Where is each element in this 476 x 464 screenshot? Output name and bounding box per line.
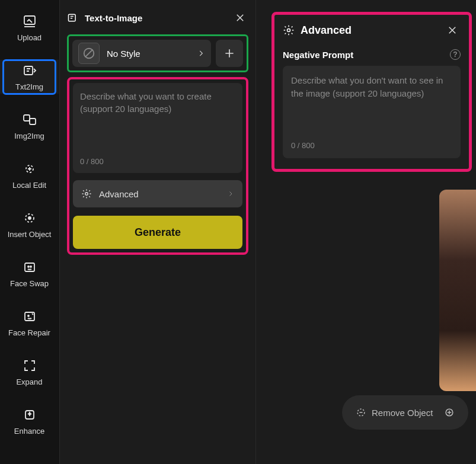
sidebar-item-upload[interactable]: Upload [0,11,59,44]
image-to-image-icon [21,111,38,128]
insert-object-icon [21,210,38,226]
sidebar-item-insert-object[interactable]: Insert Object [0,207,59,241]
svg-rect-3 [30,119,36,124]
style-label: No Style [107,49,140,59]
text-to-image-panel: Text-to-Image No Style Describe what you… [59,0,256,464]
advanced-panel-header: Advanced [283,22,461,39]
negative-prompt-label: Negative Prompt [283,50,353,60]
sidebar: Upload Txt2Img Img2Img Local Edit Insert… [0,0,59,464]
enhance-icon [21,407,38,423]
sidebar-item-enhance[interactable]: Enhance [0,404,59,438]
svg-rect-7 [25,263,34,271]
remove-object-icon [355,407,367,418]
style-selector[interactable]: No Style [72,40,211,67]
gear-icon [81,188,92,199]
svg-rect-10 [25,312,34,321]
advanced-panel: Advanced Negative Prompt ? Describe what… [271,12,472,172]
next-tool[interactable] [443,407,455,418]
sidebar-item-label: Face Swap [10,279,49,288]
sidebar-item-label: Txt2Img [15,82,43,91]
sidebar-item-local-edit[interactable]: Local Edit [0,158,59,192]
remove-object-label: Remove Object [372,408,433,418]
svg-point-8 [28,266,29,267]
negative-prompt-counter: 0 / 800 [291,141,452,150]
preview-image [439,190,476,391]
sidebar-item-label: Local Edit [12,181,46,190]
chevron-right-icon [197,49,205,57]
svg-rect-2 [24,115,30,121]
svg-point-16 [287,29,290,32]
negative-prompt-label-row: Negative Prompt ? [283,49,461,60]
face-swap-icon [21,259,38,276]
sidebar-item-label: Img2Img [14,132,44,140]
no-style-icon [78,43,100,64]
close-panel-button[interactable] [232,9,248,26]
canvas-area: Advanced Negative Prompt ? Describe what… [256,0,476,464]
sidebar-item-label: Expand [16,377,42,386]
sidebar-item-label: Enhance [14,427,44,436]
local-edit-icon [21,161,38,177]
text-to-image-icon [21,62,38,79]
help-icon[interactable]: ? [450,49,461,60]
face-repair-icon [21,308,38,325]
sidebar-item-txt2img[interactable]: Txt2Img [0,60,59,94]
sidebar-item-label: Insert Object [8,230,52,239]
highlight-box-prompt: Describe what you want to create (suppor… [67,77,248,255]
negative-prompt-placeholder: Describe what you don't want to see in t… [291,74,452,141]
generate-label: Generate [135,226,181,239]
close-advanced-button[interactable] [444,22,461,39]
advanced-panel-title: Advanced [301,24,352,37]
upload-icon [21,13,38,30]
expand-icon [21,357,38,374]
highlight-box-style: No Style [67,34,248,72]
svg-rect-1 [24,66,33,75]
sidebar-item-img2img[interactable]: Img2Img [0,109,59,143]
negative-prompt-input[interactable]: Describe what you don't want to see in t… [283,66,461,158]
advanced-toggle[interactable]: Advanced [73,180,242,207]
sparkle-icon [443,407,455,418]
bottom-toolbar: Remove Object [342,395,468,430]
sidebar-item-face-swap[interactable]: Face Swap [0,257,59,290]
sidebar-item-face-repair[interactable]: Face Repair [0,306,59,340]
svg-point-11 [28,315,29,316]
panel-header-icon [67,12,79,24]
sidebar-item-label: Face Repair [8,328,50,337]
sidebar-item-label: Upload [17,33,41,42]
gear-icon [283,24,295,36]
prompt-input[interactable]: Describe what you want to create (suppor… [73,83,242,173]
add-style-button[interactable] [216,40,243,67]
svg-rect-13 [69,14,76,21]
svg-point-6 [28,217,31,219]
panel-title: Text-to-Image [85,13,142,23]
svg-point-9 [30,266,31,267]
advanced-label: Advanced [99,189,139,199]
remove-object-tool[interactable]: Remove Object [355,407,433,418]
generate-button[interactable]: Generate [73,216,242,249]
sidebar-item-expand[interactable]: Expand [0,355,59,389]
prompt-placeholder: Describe what you want to create (suppor… [80,90,235,157]
svg-point-15 [85,193,88,196]
panel-header: Text-to-Image [67,7,248,28]
prompt-counter: 0 / 800 [80,157,235,166]
chevron-right-icon [227,190,234,197]
